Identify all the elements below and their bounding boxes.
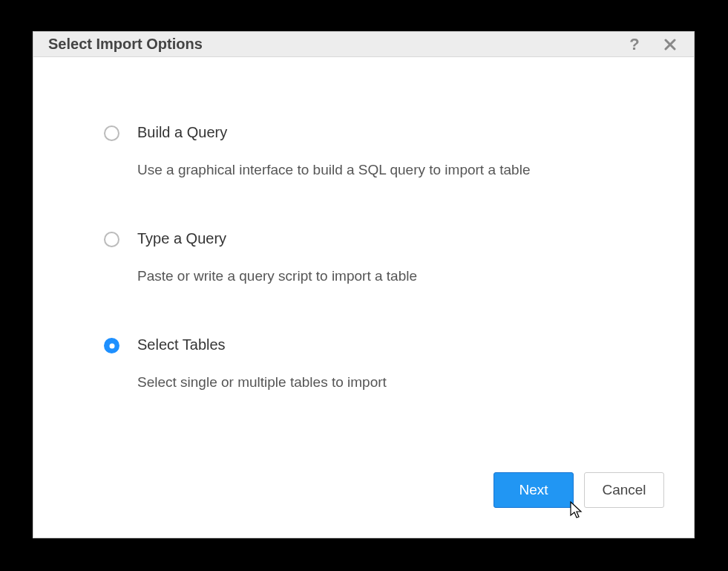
- close-icon[interactable]: [661, 36, 679, 53]
- dialog-body: Build a Query Use a graphical interface …: [33, 57, 694, 457]
- option-build-query: Build a Query Use a graphical interface …: [104, 124, 649, 178]
- next-button[interactable]: Next: [493, 472, 574, 508]
- option-label[interactable]: Type a Query: [137, 230, 649, 247]
- dialog-title: Select Import Options: [48, 36, 626, 53]
- import-options-dialog: Select Import Options ? Build a Query Us…: [33, 31, 695, 538]
- option-text: Build a Query Use a graphical interface …: [137, 124, 649, 178]
- help-icon[interactable]: ?: [626, 36, 643, 53]
- dialog-footer: Next Cancel: [33, 457, 694, 538]
- cancel-button[interactable]: Cancel: [584, 472, 664, 508]
- option-label[interactable]: Select Tables: [137, 336, 649, 353]
- option-desc: Use a graphical interface to build a SQL…: [137, 162, 649, 178]
- option-type-query: Type a Query Paste or write a query scri…: [104, 230, 649, 284]
- option-label[interactable]: Build a Query: [137, 124, 649, 141]
- option-text: Type a Query Paste or write a query scri…: [137, 230, 649, 284]
- dialog-header: Select Import Options ?: [33, 32, 694, 57]
- header-icons: ?: [626, 36, 679, 53]
- radio-build-query[interactable]: [104, 125, 119, 141]
- radio-type-query[interactable]: [104, 232, 119, 247]
- option-desc: Select single or multiple tables to impo…: [137, 374, 649, 391]
- option-select-tables: Select Tables Select single or multiple …: [104, 336, 649, 391]
- radio-select-tables[interactable]: [104, 338, 119, 353]
- option-desc: Paste or write a query script to import …: [137, 268, 649, 284]
- option-text: Select Tables Select single or multiple …: [137, 336, 649, 391]
